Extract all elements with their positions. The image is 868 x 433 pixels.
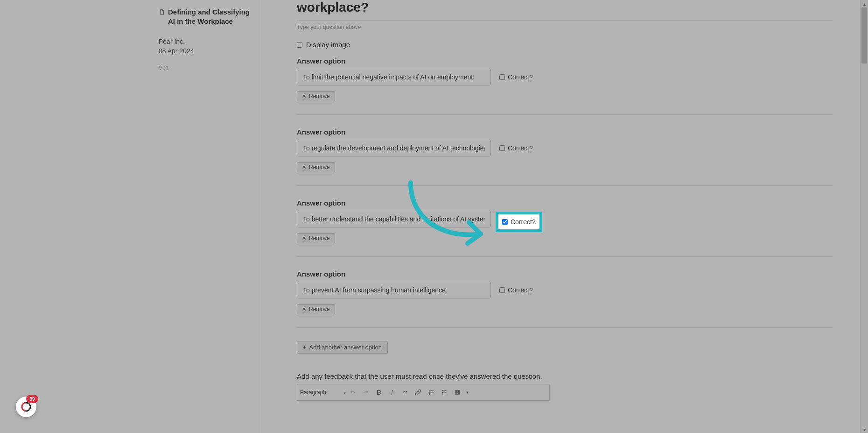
close-icon: ✕ bbox=[302, 165, 306, 170]
display-image-checkbox[interactable] bbox=[297, 42, 302, 48]
remove-option-label: Remove bbox=[309, 164, 330, 170]
remove-option-label: Remove bbox=[309, 93, 330, 99]
correct-checkbox[interactable] bbox=[502, 219, 508, 225]
svg-point-0 bbox=[442, 390, 442, 391]
answer-option-input[interactable] bbox=[297, 69, 491, 85]
remove-option-button[interactable]: ✕ Remove bbox=[297, 91, 335, 101]
add-answer-option-label: Add another answer option bbox=[309, 344, 382, 351]
answer-option-input[interactable] bbox=[297, 282, 491, 298]
remove-option-label: Remove bbox=[309, 235, 330, 241]
question-underline bbox=[297, 21, 833, 21]
scroll-up-arrow-icon[interactable]: ▴ bbox=[861, 0, 868, 7]
answer-option-label: Answer option bbox=[297, 270, 833, 278]
correct-toggle[interactable]: Correct? bbox=[497, 215, 540, 228]
sidebar: Defining and Classifying AI in the Workp… bbox=[0, 0, 261, 433]
vertical-scrollbar[interactable]: ▴ ▾ bbox=[860, 0, 868, 433]
quote-button[interactable] bbox=[399, 387, 411, 398]
remove-option-button[interactable]: ✕ Remove bbox=[297, 233, 335, 243]
correct-toggle[interactable]: Correct? bbox=[499, 73, 533, 81]
italic-button[interactable]: I bbox=[386, 387, 398, 398]
unordered-list-button[interactable] bbox=[438, 387, 450, 398]
ordered-list-button[interactable] bbox=[425, 387, 437, 398]
answer-option-input[interactable] bbox=[297, 211, 491, 227]
remove-option-label: Remove bbox=[309, 306, 330, 312]
correct-toggle[interactable]: Correct? bbox=[499, 144, 533, 152]
close-icon: ✕ bbox=[302, 307, 306, 312]
document-version: V01 bbox=[159, 65, 252, 71]
redo-button[interactable] bbox=[360, 387, 372, 398]
main-editor: workplace? Type your question above Disp… bbox=[261, 0, 868, 433]
correct-label: Correct? bbox=[508, 286, 533, 294]
display-image-row: Display image bbox=[297, 41, 833, 49]
onboarding-highlight: Correct? bbox=[496, 212, 542, 232]
correct-label: Correct? bbox=[508, 73, 533, 81]
document-title: Defining and Classifying AI in the Workp… bbox=[168, 7, 252, 27]
answer-option-block: Answer option Correct? ✕ Remove bbox=[297, 270, 833, 328]
question-helper-text: Type your question above bbox=[297, 24, 833, 30]
answer-option-block: Answer option Correct? ✕ Remove bbox=[297, 128, 833, 186]
correct-label: Correct? bbox=[511, 218, 536, 226]
scroll-down-arrow-icon[interactable]: ▾ bbox=[861, 426, 868, 433]
help-notification-badge: 39 bbox=[26, 395, 38, 403]
table-dropdown-icon[interactable]: ▾ bbox=[464, 387, 470, 398]
document-org: Pear Inc. bbox=[159, 38, 252, 45]
app-root: Defining and Classifying AI in the Workp… bbox=[0, 0, 868, 433]
correct-toggle[interactable]: Correct? bbox=[499, 286, 533, 294]
correct-checkbox[interactable] bbox=[499, 287, 505, 293]
paragraph-style-label: Paragraph bbox=[300, 389, 326, 396]
close-icon: ✕ bbox=[302, 236, 306, 241]
document-meta: Pear Inc. 08 Apr 2024 bbox=[159, 38, 252, 55]
rich-text-toolbar: Paragraph B I bbox=[297, 384, 550, 401]
svg-point-1 bbox=[442, 392, 442, 392]
document-date: 08 Apr 2024 bbox=[159, 47, 252, 55]
table-button[interactable] bbox=[451, 387, 463, 398]
answer-option-block: Answer option Correct? ✕ Remove bbox=[297, 199, 833, 257]
answer-option-block: Answer option Correct? ✕ Remove bbox=[297, 57, 833, 115]
remove-option-button[interactable]: ✕ Remove bbox=[297, 304, 335, 314]
svg-point-2 bbox=[442, 394, 442, 394]
remove-option-button[interactable]: ✕ Remove bbox=[297, 162, 335, 172]
correct-checkbox[interactable] bbox=[499, 145, 505, 151]
plus-icon: + bbox=[303, 344, 307, 351]
chevron-down-icon: ▾ bbox=[466, 390, 469, 395]
help-chat-button[interactable]: 39 bbox=[16, 397, 36, 417]
undo-button[interactable] bbox=[347, 387, 359, 398]
bold-button[interactable]: B bbox=[373, 387, 385, 398]
document-icon bbox=[159, 7, 165, 18]
question-text-tail[interactable]: workplace? bbox=[297, 0, 833, 21]
correct-label: Correct? bbox=[508, 144, 533, 152]
close-icon: ✕ bbox=[302, 94, 306, 99]
answer-option-label: Answer option bbox=[297, 199, 833, 207]
feedback-section-label: Add any feedback that the user must read… bbox=[297, 372, 833, 380]
answer-option-label: Answer option bbox=[297, 128, 833, 136]
scroll-thumb[interactable] bbox=[861, 7, 867, 64]
display-image-label: Display image bbox=[306, 41, 350, 49]
link-button[interactable] bbox=[412, 387, 424, 398]
document-title-row: Defining and Classifying AI in the Workp… bbox=[159, 7, 252, 27]
paragraph-style-select[interactable]: Paragraph bbox=[300, 389, 346, 396]
add-answer-option-button[interactable]: + Add another answer option bbox=[297, 341, 388, 354]
correct-checkbox[interactable] bbox=[499, 74, 505, 80]
answer-option-label: Answer option bbox=[297, 57, 833, 65]
answer-option-input[interactable] bbox=[297, 140, 491, 156]
svg-rect-3 bbox=[455, 390, 459, 394]
